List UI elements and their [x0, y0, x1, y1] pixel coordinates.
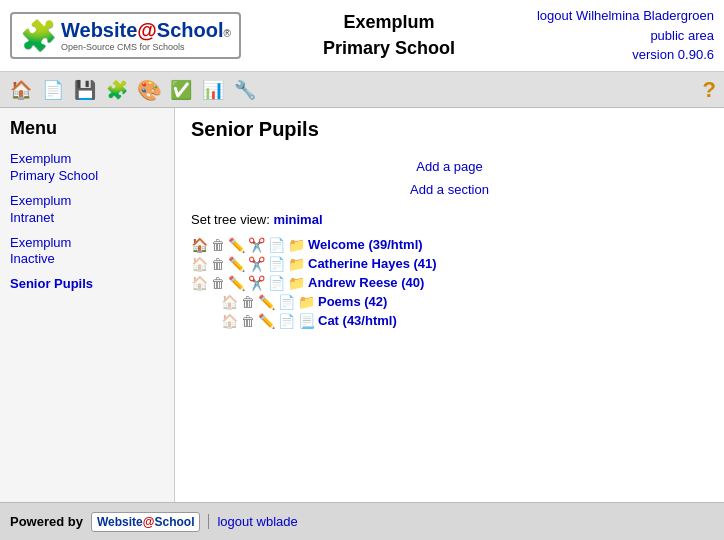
- user-line1: logout Wilhelmina Bladergroen: [537, 6, 714, 26]
- delete-icon-4[interactable]: 🗑: [241, 294, 255, 310]
- module-toolbar-icon[interactable]: 🧩: [104, 77, 130, 103]
- tree-item-cat: 🏠 🗑 ✏️ 📄 📃 Cat (43/html): [191, 313, 708, 329]
- tree-view-line: Set tree view: minimal: [191, 212, 708, 227]
- folder-icon-2: 📁: [288, 256, 305, 272]
- site-subtitle: Primary School: [323, 36, 455, 61]
- home-toolbar-icon[interactable]: 🏠: [8, 77, 34, 103]
- sidebar-item-exemplum-inactive[interactable]: ExemplumInactive: [10, 235, 164, 269]
- page-title: Senior Pupils: [191, 118, 708, 141]
- page-toolbar-icon[interactable]: 📄: [40, 77, 66, 103]
- home-icon-4: 🏠: [221, 294, 238, 310]
- move-icon[interactable]: ✂️: [248, 237, 265, 253]
- footer-logo-text: Website: [97, 515, 143, 529]
- cat-link[interactable]: Cat (43/html): [318, 313, 397, 328]
- folder-icon-3: 📁: [288, 275, 305, 291]
- logo-area: 🧩 Website @ School ® Open-Source CMS for…: [10, 12, 241, 59]
- doc-icon: 📄: [268, 237, 285, 253]
- help-icon[interactable]: ?: [703, 77, 716, 103]
- doc-icon-5: 📄: [278, 313, 295, 329]
- content-area: Senior Pupils Add a page Add a section S…: [175, 108, 724, 502]
- site-title: Exemplum Primary School: [323, 10, 455, 60]
- chart-toolbar-icon[interactable]: 📊: [200, 77, 226, 103]
- header: 🧩 Website @ School ® Open-Source CMS for…: [0, 0, 724, 72]
- user-line2: public area: [537, 26, 714, 46]
- logo-website: Website: [61, 19, 137, 42]
- doc-icon-4: 📄: [278, 294, 295, 310]
- edit-icon-2[interactable]: ✏️: [228, 256, 245, 272]
- logo-box: 🧩 Website @ School ® Open-Source CMS for…: [10, 12, 241, 59]
- add-section-link[interactable]: Add a section: [191, 178, 708, 201]
- tree-item-catherine: 🏠 🗑 ✏️ ✂️ 📄 📁 Catherine Hayes (41): [191, 256, 708, 272]
- logo-subtitle: Open-Source CMS for Schools: [61, 42, 231, 52]
- user-line3: version 0.90.6: [537, 45, 714, 65]
- powered-by-label: Powered by: [10, 514, 83, 529]
- delete-icon-5[interactable]: 🗑: [241, 313, 255, 329]
- logo-reg: ®: [224, 28, 231, 39]
- delete-icon-2[interactable]: 🗑: [211, 256, 225, 272]
- tree-view-label: Set tree view:: [191, 212, 270, 227]
- move-icon-3[interactable]: ✂️: [248, 275, 265, 291]
- home-icon-3: 🏠: [191, 275, 208, 291]
- folder-icon-4: 📁: [298, 294, 315, 310]
- footer: Powered by Website@School logout wblade: [0, 502, 724, 540]
- footer-logo-school: School: [154, 515, 194, 529]
- edit-icon[interactable]: ✏️: [228, 237, 245, 253]
- save-toolbar-icon[interactable]: 💾: [72, 77, 98, 103]
- doc-icon-3: 📄: [268, 275, 285, 291]
- footer-logo: Website@School: [91, 512, 201, 532]
- toolbar-icons: 🏠 📄 💾 🧩 🎨 ✅ 📊 🔧: [8, 77, 258, 103]
- tree-view-value[interactable]: minimal: [273, 212, 322, 227]
- tree-item-andrew: 🏠 🗑 ✏️ ✂️ 📄 📁 Andrew Reese (40): [191, 275, 708, 291]
- delete-icon[interactable]: 🗑: [211, 237, 225, 253]
- doc-icon-2: 📄: [268, 256, 285, 272]
- sidebar-item-senior-pupils[interactable]: Senior Pupils: [10, 276, 164, 293]
- catherine-link[interactable]: Catherine Hayes (41): [308, 256, 437, 271]
- andrew-link[interactable]: Andrew Reese (40): [308, 275, 424, 290]
- checklist-toolbar-icon[interactable]: ✅: [168, 77, 194, 103]
- footer-logout-link[interactable]: logout wblade: [208, 514, 297, 529]
- home-icon-5: 🏠: [221, 313, 238, 329]
- home-icon: 🏠: [191, 237, 208, 253]
- edit-icon-5[interactable]: ✏️: [258, 313, 275, 329]
- user-info: logout Wilhelmina Bladergroen public are…: [537, 6, 714, 65]
- welcome-link[interactable]: Welcome (39/html): [308, 237, 423, 252]
- move-icon-2[interactable]: ✂️: [248, 256, 265, 272]
- edit-icon-4[interactable]: ✏️: [258, 294, 275, 310]
- folder-icon: 📁: [288, 237, 305, 253]
- toolbar: 🏠 📄 💾 🧩 🎨 ✅ 📊 🔧 ?: [0, 72, 724, 108]
- page-icon-5: 📃: [298, 313, 315, 329]
- footer-logo-at: @: [143, 515, 155, 529]
- sidebar: Menu ExemplumPrimary School ExemplumIntr…: [0, 108, 175, 502]
- action-links: Add a page Add a section: [191, 155, 708, 202]
- home-icon-2: 🏠: [191, 256, 208, 272]
- tools-toolbar-icon[interactable]: 🔧: [232, 77, 258, 103]
- tree-item-welcome: 🏠 🗑 ✏️ ✂️ 📄 📁 Welcome (39/html): [191, 237, 708, 253]
- logo-school: School: [157, 19, 224, 42]
- add-page-link[interactable]: Add a page: [191, 155, 708, 178]
- main-layout: Menu ExemplumPrimary School ExemplumIntr…: [0, 108, 724, 502]
- logo-at: @: [137, 19, 157, 42]
- tree-item-poems: 🏠 🗑 ✏️ 📄 📁 Poems (42): [191, 294, 708, 310]
- delete-icon-3[interactable]: 🗑: [211, 275, 225, 291]
- sidebar-item-exemplum-intranet[interactable]: ExemplumIntranet: [10, 193, 164, 227]
- site-name: Exemplum: [323, 10, 455, 35]
- theme-toolbar-icon[interactable]: 🎨: [136, 77, 162, 103]
- poems-link[interactable]: Poems (42): [318, 294, 387, 309]
- sidebar-item-exemplum-primary[interactable]: ExemplumPrimary School: [10, 151, 164, 185]
- page-tree: 🏠 🗑 ✏️ ✂️ 📄 📁 Welcome (39/html) 🏠 🗑 ✏️ ✂…: [191, 237, 708, 329]
- menu-heading: Menu: [10, 118, 164, 139]
- edit-icon-3[interactable]: ✏️: [228, 275, 245, 291]
- puzzle-icon: 🧩: [20, 18, 57, 53]
